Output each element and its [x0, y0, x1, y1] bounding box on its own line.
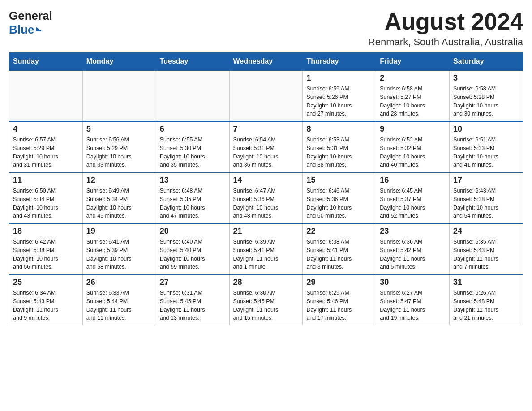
- day-info: Sunrise: 6:30 AM Sunset: 5:45 PM Dayligh…: [233, 289, 299, 322]
- calendar-cell: 27Sunrise: 6:31 AM Sunset: 5:45 PM Dayli…: [156, 274, 229, 325]
- day-info: Sunrise: 6:54 AM Sunset: 5:31 PM Dayligh…: [233, 136, 299, 169]
- calendar-cell: 6Sunrise: 6:55 AM Sunset: 5:30 PM Daylig…: [156, 121, 229, 172]
- day-info: Sunrise: 6:33 AM Sunset: 5:44 PM Dayligh…: [86, 289, 152, 322]
- day-info: Sunrise: 6:41 AM Sunset: 5:39 PM Dayligh…: [86, 238, 152, 271]
- day-info: Sunrise: 6:49 AM Sunset: 5:34 PM Dayligh…: [86, 187, 152, 220]
- calendar-cell: 10Sunrise: 6:51 AM Sunset: 5:33 PM Dayli…: [450, 121, 523, 172]
- day-number: 10: [453, 124, 519, 134]
- day-info: Sunrise: 6:59 AM Sunset: 5:26 PM Dayligh…: [306, 85, 372, 118]
- logo: General Blue: [9, 9, 52, 37]
- day-number: 27: [160, 278, 226, 287]
- calendar-cell: 9Sunrise: 6:52 AM Sunset: 5:32 PM Daylig…: [376, 121, 450, 172]
- calendar-cell: 3Sunrise: 6:58 AM Sunset: 5:28 PM Daylig…: [450, 70, 523, 121]
- calendar-day-header-monday: Monday: [82, 53, 156, 71]
- day-info: Sunrise: 6:48 AM Sunset: 5:35 PM Dayligh…: [160, 187, 226, 220]
- day-number: 2: [380, 73, 446, 83]
- day-info: Sunrise: 6:58 AM Sunset: 5:28 PM Dayligh…: [453, 85, 519, 118]
- day-info: Sunrise: 6:26 AM Sunset: 5:48 PM Dayligh…: [453, 289, 519, 322]
- location-title: Renmark, South Australia, Australia: [368, 36, 523, 48]
- day-info: Sunrise: 6:40 AM Sunset: 5:40 PM Dayligh…: [160, 238, 226, 271]
- calendar-day-header-saturday: Saturday: [450, 53, 523, 71]
- calendar-table: SundayMondayTuesdayWednesdayThursdayFrid…: [9, 52, 523, 325]
- day-number: 18: [13, 227, 79, 236]
- calendar-week-row: 1Sunrise: 6:59 AM Sunset: 5:26 PM Daylig…: [9, 70, 523, 121]
- day-info: Sunrise: 6:36 AM Sunset: 5:42 PM Dayligh…: [380, 238, 446, 271]
- day-number: 6: [160, 124, 226, 134]
- day-info: Sunrise: 6:53 AM Sunset: 5:31 PM Dayligh…: [306, 136, 372, 169]
- calendar-cell: 2Sunrise: 6:58 AM Sunset: 5:27 PM Daylig…: [376, 70, 450, 121]
- calendar-cell: 11Sunrise: 6:50 AM Sunset: 5:34 PM Dayli…: [9, 172, 83, 223]
- day-number: 22: [306, 227, 372, 236]
- calendar-week-row: 18Sunrise: 6:42 AM Sunset: 5:38 PM Dayli…: [9, 223, 523, 274]
- day-info: Sunrise: 6:51 AM Sunset: 5:33 PM Dayligh…: [453, 136, 519, 169]
- day-number: 26: [86, 278, 152, 287]
- arrow-icon: [36, 27, 42, 31]
- calendar-week-row: 4Sunrise: 6:57 AM Sunset: 5:29 PM Daylig…: [9, 121, 523, 172]
- calendar-cell: 4Sunrise: 6:57 AM Sunset: 5:29 PM Daylig…: [9, 121, 83, 172]
- calendar-week-row: 25Sunrise: 6:34 AM Sunset: 5:43 PM Dayli…: [9, 274, 523, 325]
- day-number: 17: [453, 176, 519, 185]
- day-number: 14: [233, 176, 299, 185]
- day-number: 8: [306, 124, 372, 134]
- day-number: 5: [86, 124, 152, 134]
- calendar-cell: 12Sunrise: 6:49 AM Sunset: 5:34 PM Dayli…: [82, 172, 156, 223]
- day-info: Sunrise: 6:31 AM Sunset: 5:45 PM Dayligh…: [160, 289, 226, 322]
- calendar-cell: 25Sunrise: 6:34 AM Sunset: 5:43 PM Dayli…: [9, 274, 83, 325]
- calendar-cell: 14Sunrise: 6:47 AM Sunset: 5:36 PM Dayli…: [229, 172, 303, 223]
- calendar-cell: 16Sunrise: 6:45 AM Sunset: 5:37 PM Dayli…: [376, 172, 450, 223]
- day-number: 4: [13, 124, 79, 134]
- day-info: Sunrise: 6:45 AM Sunset: 5:37 PM Dayligh…: [380, 187, 446, 220]
- calendar-header-row: SundayMondayTuesdayWednesdayThursdayFrid…: [9, 53, 523, 71]
- calendar-day-header-wednesday: Wednesday: [229, 53, 303, 71]
- logo-general: General: [9, 9, 52, 23]
- day-number: 1: [306, 73, 372, 83]
- day-info: Sunrise: 6:57 AM Sunset: 5:29 PM Dayligh…: [13, 136, 79, 169]
- calendar-cell: 7Sunrise: 6:54 AM Sunset: 5:31 PM Daylig…: [229, 121, 303, 172]
- day-number: 9: [380, 124, 446, 134]
- day-info: Sunrise: 6:52 AM Sunset: 5:32 PM Dayligh…: [380, 136, 446, 169]
- calendar-cell: 1Sunrise: 6:59 AM Sunset: 5:26 PM Daylig…: [303, 70, 376, 121]
- calendar-day-header-sunday: Sunday: [9, 53, 83, 71]
- calendar-day-header-thursday: Thursday: [303, 53, 376, 71]
- calendar-cell: 17Sunrise: 6:43 AM Sunset: 5:38 PM Dayli…: [450, 172, 523, 223]
- day-number: 23: [380, 227, 446, 236]
- calendar-cell: 21Sunrise: 6:39 AM Sunset: 5:41 PM Dayli…: [229, 223, 303, 274]
- day-info: Sunrise: 6:42 AM Sunset: 5:38 PM Dayligh…: [13, 238, 79, 271]
- calendar-cell: 31Sunrise: 6:26 AM Sunset: 5:48 PM Dayli…: [450, 274, 523, 325]
- day-number: 7: [233, 124, 299, 134]
- day-number: 29: [306, 278, 372, 287]
- calendar-cell: 20Sunrise: 6:40 AM Sunset: 5:40 PM Dayli…: [156, 223, 229, 274]
- calendar-day-header-tuesday: Tuesday: [156, 53, 229, 71]
- calendar-cell: 15Sunrise: 6:46 AM Sunset: 5:36 PM Dayli…: [303, 172, 376, 223]
- day-info: Sunrise: 6:27 AM Sunset: 5:47 PM Dayligh…: [380, 289, 446, 322]
- day-number: 24: [453, 227, 519, 236]
- day-number: 20: [160, 227, 226, 236]
- calendar-cell: 26Sunrise: 6:33 AM Sunset: 5:44 PM Dayli…: [82, 274, 156, 325]
- day-info: Sunrise: 6:47 AM Sunset: 5:36 PM Dayligh…: [233, 187, 299, 220]
- day-info: Sunrise: 6:58 AM Sunset: 5:27 PM Dayligh…: [380, 85, 446, 118]
- calendar-cell: 23Sunrise: 6:36 AM Sunset: 5:42 PM Dayli…: [376, 223, 450, 274]
- day-info: Sunrise: 6:46 AM Sunset: 5:36 PM Dayligh…: [306, 187, 372, 220]
- day-number: 3: [453, 73, 519, 83]
- calendar-cell: 5Sunrise: 6:56 AM Sunset: 5:29 PM Daylig…: [82, 121, 156, 172]
- day-number: 16: [380, 176, 446, 185]
- page-header: General Blue August 2024 Renmark, South …: [9, 9, 523, 48]
- calendar-cell: [156, 70, 229, 121]
- calendar-cell: 18Sunrise: 6:42 AM Sunset: 5:38 PM Dayli…: [9, 223, 83, 274]
- calendar-cell: 24Sunrise: 6:35 AM Sunset: 5:43 PM Dayli…: [450, 223, 523, 274]
- day-info: Sunrise: 6:56 AM Sunset: 5:29 PM Dayligh…: [86, 136, 152, 169]
- calendar-cell: 29Sunrise: 6:29 AM Sunset: 5:46 PM Dayli…: [303, 274, 376, 325]
- calendar-day-header-friday: Friday: [376, 53, 450, 71]
- day-number: 25: [13, 278, 79, 287]
- logo-blue: Blue: [9, 23, 52, 37]
- day-info: Sunrise: 6:55 AM Sunset: 5:30 PM Dayligh…: [160, 136, 226, 169]
- calendar-cell: 13Sunrise: 6:48 AM Sunset: 5:35 PM Dayli…: [156, 172, 229, 223]
- calendar-cell: 22Sunrise: 6:38 AM Sunset: 5:41 PM Dayli…: [303, 223, 376, 274]
- day-info: Sunrise: 6:39 AM Sunset: 5:41 PM Dayligh…: [233, 238, 299, 271]
- day-info: Sunrise: 6:50 AM Sunset: 5:34 PM Dayligh…: [13, 187, 79, 220]
- day-info: Sunrise: 6:43 AM Sunset: 5:38 PM Dayligh…: [453, 187, 519, 220]
- calendar-cell: 8Sunrise: 6:53 AM Sunset: 5:31 PM Daylig…: [303, 121, 376, 172]
- day-info: Sunrise: 6:38 AM Sunset: 5:41 PM Dayligh…: [306, 238, 372, 271]
- calendar-week-row: 11Sunrise: 6:50 AM Sunset: 5:34 PM Dayli…: [9, 172, 523, 223]
- day-number: 30: [380, 278, 446, 287]
